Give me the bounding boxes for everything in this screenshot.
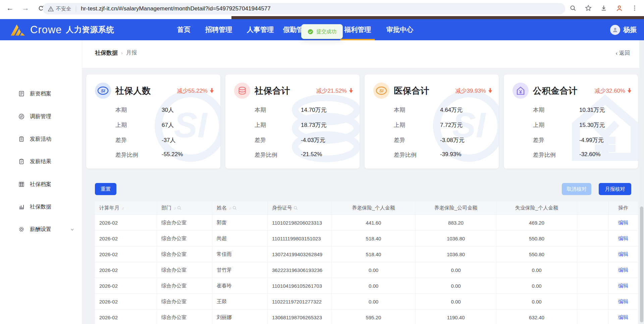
- social-archive-icon: [18, 181, 24, 187]
- nav-hr[interactable]: 人事管理: [246, 19, 274, 40]
- cell-pension-personal: 518.40: [332, 246, 416, 262]
- edit-link[interactable]: 编辑: [618, 220, 628, 226]
- cell-pension-company: 1190.40: [416, 310, 496, 324]
- stat-card-medical-total: SI SI 医保合计 减少39.93% 本期4.64万元 上期7.72万元 差异…: [365, 75, 499, 169]
- stat-label: 差异: [255, 136, 266, 144]
- sidebar-item-label: 发薪结果: [30, 158, 51, 165]
- sort-icon: ↓↑: [173, 206, 176, 210]
- user-menu[interactable]: 杨振: [610, 19, 637, 40]
- nav-approval[interactable]: 审批中心: [386, 19, 414, 40]
- scrollbar-thumb[interactable]: [640, 206, 643, 322]
- col-label: 养老保险_公司金额: [434, 205, 477, 211]
- spacer-column-header: [577, 201, 608, 215]
- cell-id-number: 362223196306193236: [268, 262, 332, 278]
- stat-value: 15.30万元: [579, 121, 605, 129]
- cell-id-number: 110111199803151023: [268, 231, 332, 246]
- col-header-name[interactable]: 姓名 ↓↑: [212, 201, 268, 215]
- cancel-check-button[interactable]: 取消核对: [562, 183, 591, 195]
- stat-label: 本期: [115, 106, 127, 114]
- cell-pension-company: 1036.80: [416, 246, 496, 262]
- col-label: 姓名: [217, 205, 227, 211]
- table-row: 2026-02 综合办公室 王燚 110221197201277322 0.00…: [95, 294, 638, 310]
- edit-link[interactable]: 编辑: [618, 314, 628, 321]
- cell-id-number: 130681198706265323: [268, 310, 332, 324]
- browser-menu-button[interactable]: [629, 3, 640, 13]
- cell-pension-personal: 0.00: [332, 278, 416, 293]
- cell-calc-month: 2026-02: [95, 215, 157, 230]
- browser-forward-button[interactable]: →: [20, 3, 31, 13]
- nav-label: 审批中心: [386, 25, 413, 34]
- person-icon: [612, 27, 618, 33]
- sidebar-item-salary-settings[interactable]: 薪酬设置: [0, 222, 82, 236]
- cell-department: 综合办公室: [157, 294, 212, 309]
- stat-label: 本期: [533, 106, 544, 114]
- sidebar-item-salary-adjust[interactable]: 调薪管理: [0, 109, 82, 124]
- kebab-menu-icon: [632, 5, 638, 11]
- profile-button[interactable]: [614, 3, 625, 13]
- brand-name: Crowe: [30, 24, 62, 36]
- col-header-calc-month[interactable]: 计算年月 ↓↑: [95, 201, 157, 215]
- cell-name: 崔春玲: [212, 278, 268, 293]
- breadcrumb-section[interactable]: 社保数据: [95, 49, 118, 57]
- arrow-down-icon: [627, 88, 632, 94]
- app-logo[interactable]: Crowe 人力资源系统: [10, 19, 114, 40]
- change-badge: 减少39.93%: [455, 87, 493, 95]
- cell-pension-personal: 0.00: [332, 294, 416, 309]
- back-button[interactable]: ‹ 返回: [616, 50, 630, 57]
- edit-link[interactable]: 编辑: [618, 267, 628, 273]
- crowe-logo-icon: [10, 24, 26, 36]
- nav-home[interactable]: 首页: [177, 19, 191, 40]
- edit-link[interactable]: 编辑: [618, 298, 628, 305]
- screen: ← → 不安全 hr-test.zjf-it.cn/#/salaryManage…: [0, 0, 644, 324]
- cell-department: 综合办公室: [157, 278, 212, 293]
- social-data-icon: [18, 204, 24, 210]
- address-bar[interactable]: 不安全 hr-test.zjf-it.cn/#/salaryManagement…: [43, 3, 565, 14]
- sidebar-item-social-archive[interactable]: 社保档案: [0, 177, 82, 191]
- sidebar-item-social-data[interactable]: 社保数据: [0, 200, 82, 214]
- sidebar-item-payroll-result[interactable]: 发薪结果: [0, 154, 82, 169]
- social-insurance-icon: SI: [95, 83, 111, 99]
- nav-recruit[interactable]: 招聘管理: [205, 19, 233, 40]
- col-label: 身份证号: [272, 205, 292, 211]
- security-indicator[interactable]: 不安全: [48, 6, 71, 12]
- cell-pension-personal: 518.40: [332, 231, 416, 246]
- sidebar-item-salary-archive[interactable]: 薪资档案: [0, 87, 82, 101]
- spacer-cell: [577, 278, 608, 293]
- stat-value: -3.08万元: [440, 136, 465, 144]
- edit-link[interactable]: 编辑: [618, 283, 628, 289]
- nav-welfare[interactable]: 福利管理: [343, 19, 372, 40]
- edit-link[interactable]: 编辑: [618, 251, 628, 258]
- change-label: 减少55.22%: [177, 87, 208, 95]
- card-title: 社保人数: [115, 85, 151, 97]
- bookmark-button[interactable]: [583, 3, 594, 13]
- downloads-button[interactable]: [598, 3, 609, 13]
- stat-label: 本期: [394, 106, 405, 114]
- cell-unemployment-personal: 0.00: [496, 278, 577, 293]
- col-header-id-number[interactable]: 身份证号: [268, 201, 332, 215]
- col-header-unemployment-personal: 失业保险_个人金额: [496, 201, 577, 215]
- stat-value: -39.93%: [440, 151, 461, 158]
- sidebar-item-label: 发薪活动: [30, 136, 51, 143]
- sort-icon: ↓↑: [121, 206, 124, 210]
- cell-name: 刘丽娜: [212, 310, 268, 324]
- sidebar-item-payroll-activity[interactable]: 发薪活动: [0, 132, 82, 146]
- col-label: 计算年月: [99, 205, 119, 211]
- cell-id-number: 110104196105261703: [268, 278, 332, 293]
- zoom-button[interactable]: [568, 3, 578, 13]
- col-label: 部门: [161, 205, 171, 211]
- success-toast: 提交成功: [301, 24, 343, 39]
- app-title: 人力资源系统: [66, 25, 114, 35]
- cell-name: 郭蕾: [212, 215, 268, 230]
- edit-link[interactable]: 编辑: [618, 235, 628, 242]
- table-row: 2026-02 综合办公室 郭蕾 110102198206023313 441.…: [95, 215, 638, 231]
- cell-actions: 编辑: [608, 246, 638, 262]
- reset-button[interactable]: 重置: [95, 183, 116, 195]
- stat-label: 差异比例: [394, 151, 417, 159]
- stat-value: 14.70万元: [301, 106, 327, 114]
- warning-triangle-icon: [48, 6, 54, 12]
- cell-pension-company: 0.00: [416, 278, 496, 293]
- change-label: 减少21.52%: [316, 87, 347, 95]
- browser-back-button[interactable]: ←: [5, 3, 15, 13]
- col-header-department[interactable]: 部门 ↓↑: [157, 201, 212, 215]
- month-check-button[interactable]: 月报核对: [599, 183, 631, 195]
